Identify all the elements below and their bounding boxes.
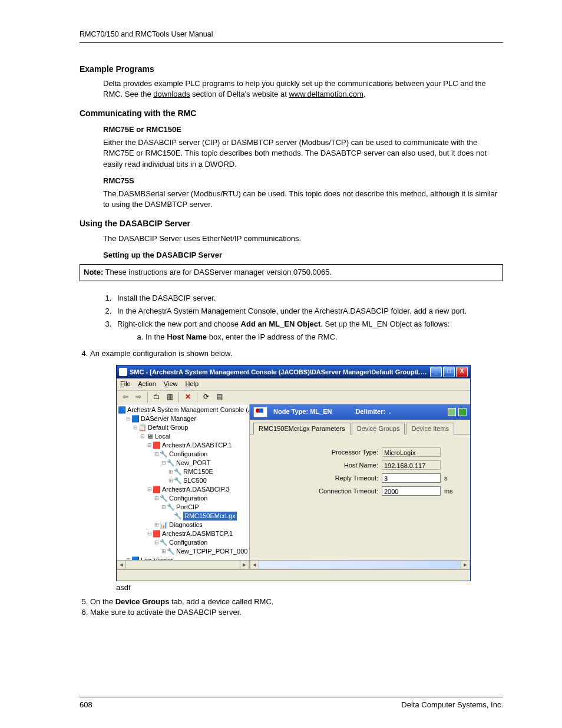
link-downloads[interactable]: downloads <box>153 90 190 98</box>
separator <box>178 392 179 403</box>
tab-parameters[interactable]: RMC150EMcrLgx Parameters <box>253 423 351 434</box>
content-scrollbar[interactable]: ◄ ► <box>250 560 470 569</box>
tree-config2[interactable]: Configuration <box>169 494 207 503</box>
maximize-button[interactable]: □ <box>443 367 455 377</box>
tree-scrollbar[interactable]: ◄ ► <box>117 560 249 569</box>
body-rmc75s: The DASMBSerial server (Modbus/RTU) can … <box>103 189 503 210</box>
wrench-icon: 🔧 <box>167 459 175 467</box>
tree-new-port[interactable]: New_PORT <box>176 459 210 467</box>
minimize-button[interactable]: _ <box>430 367 442 377</box>
app-icon <box>119 368 127 376</box>
step-4: An example configuration is shown below. <box>90 348 503 359</box>
steps-list-cont: An example configuration is shown below. <box>80 348 503 359</box>
tree-config1[interactable]: Configuration <box>169 450 207 459</box>
footer-rule <box>80 697 503 697</box>
link-deltamotion[interactable]: www.deltamotion.com <box>289 90 363 98</box>
wrench-icon: 🔧 <box>160 450 168 459</box>
status-icon[interactable] <box>448 408 456 416</box>
delimiter-value: . <box>389 408 391 415</box>
smc-window: SMC - [ArchestrA System Management Conso… <box>116 365 471 581</box>
step-2: In the ArchestrA System Management Conso… <box>114 306 480 317</box>
tab-device-items[interactable]: Device Items <box>406 423 454 434</box>
wrench-icon: 🔧 <box>174 467 182 476</box>
delimiter-label: Delimiter: <box>355 408 385 415</box>
wrench-icon: 🔧 <box>167 547 175 556</box>
tree-das-manager[interactable]: DAServer Manager <box>141 414 196 423</box>
tree-slc500[interactable]: SLC500 <box>183 476 207 485</box>
tab-device-groups[interactable]: Device Groups <box>352 423 405 434</box>
body-rmc75e: Either the DASABCIP server (CIP) or DASM… <box>103 137 503 170</box>
note-label: Note: <box>84 268 103 276</box>
page-number: 608 <box>80 700 92 710</box>
window-title: SMC - [ArchestrA System Management Conso… <box>130 368 430 377</box>
menu-view[interactable]: View <box>164 380 178 387</box>
text: . Set up the ML_EN Object as follows: <box>320 319 449 328</box>
scroll-right-icon[interactable]: ► <box>240 560 249 569</box>
tree-diag[interactable]: Diagnostics <box>169 521 203 529</box>
note-body: These instructions are for DASServer man… <box>103 268 332 276</box>
substep-a: In the Host Name box, enter the IP addre… <box>146 332 480 342</box>
folder-icon: 🟦 <box>131 414 140 423</box>
text: In the <box>146 332 167 341</box>
tree-config3[interactable]: Configuration <box>169 538 207 547</box>
page-header: RMC70/150 and RMCTools User Manual <box>80 29 503 40</box>
step-5: On the Device Groups tab, add a device c… <box>90 597 503 607</box>
save-icon[interactable] <box>458 408 467 416</box>
header-rule <box>80 42 503 43</box>
tree-local[interactable]: Local <box>155 432 170 441</box>
back-icon[interactable]: ⇦ <box>120 392 131 403</box>
wrench-icon: 🔧 <box>160 538 168 547</box>
delete-icon[interactable]: ✕ <box>183 392 193 403</box>
tree-new-tcp[interactable]: New_TCPIP_PORT_000 <box>176 547 247 556</box>
substeps-list: In the Host Name box, enter the IP addre… <box>135 332 480 342</box>
reply-timeout-input[interactable]: 3 <box>382 473 441 483</box>
scroll-left-icon[interactable]: ◄ <box>117 560 126 569</box>
subheading-rmc75s: RMC75S <box>103 176 503 186</box>
connection-timeout-input[interactable]: 2000 <box>382 486 441 496</box>
menu-action[interactable]: Action <box>138 380 156 387</box>
tree-pane[interactable]: 🟦ArchestrA System Management Console (JA… <box>117 404 250 569</box>
scroll-track[interactable] <box>259 560 461 569</box>
menu-help[interactable]: Help <box>186 380 199 387</box>
export-icon[interactable]: ▤ <box>214 392 224 403</box>
scroll-left-icon[interactable]: ◄ <box>250 560 259 569</box>
tree-abcip[interactable]: ArchestrA.DASABCIP.3 <box>162 485 230 494</box>
flag-icon <box>253 407 267 417</box>
menu-file[interactable]: File <box>120 380 131 387</box>
text: . <box>363 90 366 98</box>
tree-abtcp[interactable]: ArchestrA.DASABTCP.1 <box>162 441 232 450</box>
console-icon: 🟦 <box>118 406 126 414</box>
text: section of Delta's website at <box>190 90 289 98</box>
up-icon[interactable]: 🗀 <box>151 392 162 403</box>
reply-timeout-unit: s <box>441 474 458 483</box>
wrench-icon: 🔧 <box>160 494 168 503</box>
show-hide-icon[interactable]: ▥ <box>164 392 175 403</box>
note-box: Note: These instructions are for DASServ… <box>80 264 503 281</box>
scroll-right-icon[interactable]: ► <box>461 560 470 569</box>
subheading-rmc75e: RMC75E or RMC150E <box>103 124 503 135</box>
tree-mbtcp[interactable]: ArchestrA.DASMBTCP.1 <box>162 529 233 538</box>
diag-icon: 📊 <box>160 521 168 529</box>
tree-rmc150e[interactable]: RMC150E <box>183 467 213 476</box>
tree-portcip[interactable]: PortCIP <box>176 503 199 512</box>
bold-text: Device Groups <box>115 597 170 606</box>
close-button[interactable]: X <box>456 367 468 377</box>
text: On the <box>90 597 115 606</box>
host-name-value[interactable]: 192.168.0.117 <box>382 460 441 470</box>
wrench-icon: 🔧 <box>174 512 182 521</box>
refresh-icon[interactable]: ⟳ <box>201 392 211 403</box>
processor-type-value[interactable]: MicroLogix <box>382 447 441 457</box>
wrench-icon: 🔧 <box>174 476 182 485</box>
titlebar[interactable]: SMC - [ArchestrA System Management Conso… <box>117 365 470 378</box>
toolbar: ⇦ ⇨ 🗀 ▥ ✕ ⟳ ▤ <box>117 391 470 404</box>
statusbar <box>117 569 470 581</box>
subheading-setup-server: Setting up the DASABCIP Server <box>103 250 503 261</box>
tree-root[interactable]: ArchestrA System Management Console (JAC… <box>127 406 250 414</box>
tree-default-group[interactable]: Default Group <box>148 423 188 432</box>
tree-selected[interactable]: RMC150EMcrLgx <box>183 512 237 521</box>
forward-icon[interactable]: ⇨ <box>133 392 144 403</box>
step-6: Make sure to activate the DASABCIP serve… <box>90 607 503 618</box>
scroll-track[interactable] <box>126 560 240 569</box>
text: box, enter the IP address of the RMC. <box>207 332 338 341</box>
connection-timeout-label: Connection Timeout: <box>302 487 382 496</box>
